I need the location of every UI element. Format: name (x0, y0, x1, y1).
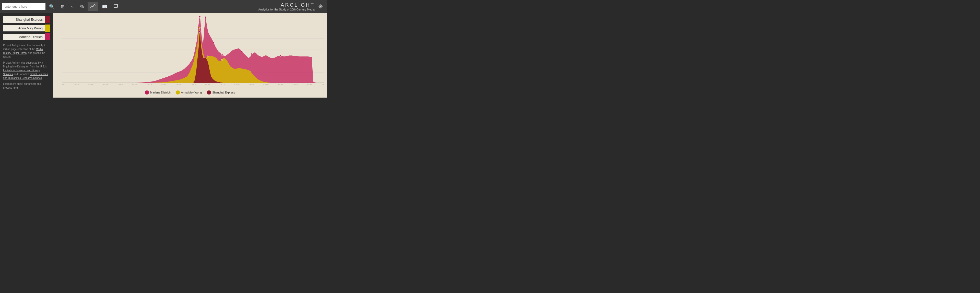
book-button[interactable]: 📖 (99, 2, 110, 11)
sidebar-para1: Project Arclight searches the nearly 2 m… (3, 43, 50, 59)
sidebar: Shanghai Express Anna May Wong Marlene D… (0, 13, 53, 97)
chart-button[interactable] (88, 2, 98, 11)
sidebar-description: Project Arclight searches the nearly 2 m… (3, 43, 50, 90)
query-label-shanghai: Shanghai Express (3, 16, 45, 23)
svg-text:1950: 1950 (248, 84, 254, 85)
svg-text:1900: 1900 (103, 84, 108, 85)
marlene-dot-1951 (251, 53, 252, 55)
logo-subtitle: Analytics for the Study of 20th Century … (258, 8, 315, 11)
amw-dot-1935 (207, 56, 208, 57)
query-color-annamaywong (45, 24, 50, 32)
marlene-dot-1963 (280, 55, 282, 56)
grid-button[interactable]: ⊞ (58, 2, 67, 11)
here-link[interactable]: here (13, 86, 18, 89)
arclight-logo: ARCLIGHT Analytics for the Study of 20th… (258, 2, 317, 11)
legend-label-shanghai: Shanghai Express (212, 91, 235, 94)
legend-label-annamaywong: Anna May Wong (181, 91, 202, 94)
legend-dot-marlene (145, 91, 149, 94)
shanghai-dot-1932 (199, 31, 200, 33)
marlene-dot-1948 (241, 51, 243, 53)
marlene-dot-1932 (199, 16, 201, 18)
logo-title: ARCLIGHT (258, 2, 315, 8)
mhdl-link[interactable]: Media History Digital Library (3, 48, 43, 54)
query-item-marlene[interactable]: Marlene Dietrich (3, 33, 50, 40)
svg-text:1895: 1895 (88, 84, 94, 85)
svg-text:1885: 1885 (62, 84, 65, 85)
dots-button[interactable]: ⁘ (68, 3, 76, 10)
search-input[interactable] (2, 3, 46, 10)
search-button[interactable]: 🔍 (46, 2, 57, 11)
svg-text:1905: 1905 (117, 84, 123, 85)
sidebar-para2: Project Arclight was supported by a Digg… (3, 61, 50, 80)
query-color-marlene (45, 33, 50, 40)
legend-item-marlene: Marlene Dietrich (145, 91, 170, 94)
marlene-dot-1937 (213, 41, 214, 43)
query-item-shanghai[interactable]: Shanghai Express (3, 16, 50, 23)
svg-text:1940: 1940 (220, 84, 225, 85)
amw-dot-1942 (221, 59, 223, 61)
svg-text:1930: 1930 (190, 84, 196, 85)
svg-text:1925: 1925 (175, 84, 181, 85)
legend-dot-shanghai (207, 91, 211, 94)
chart-legend: Marlene Dietrich Anna May Wong Shanghai … (145, 91, 235, 94)
starburst-icon: ✳ (318, 3, 325, 10)
export-button[interactable] (111, 2, 122, 11)
marlene-dot-1934 (205, 16, 206, 18)
toolbar: 🔍 ⊞ ⁘ % 📖 ARCLIGHT Analytics for the Stu… (0, 0, 327, 13)
svg-text:1955: 1955 (263, 84, 269, 85)
chart-svg: 1250 1000 750 500 250 0 1885 1890 1895 1… (62, 16, 325, 85)
svg-text:1890: 1890 (73, 84, 79, 85)
svg-text:1910: 1910 (132, 84, 137, 85)
marlene-dot-1942 (221, 54, 223, 56)
amw-dot-1932 (199, 27, 200, 29)
svg-text:1915: 1915 (146, 84, 152, 85)
legend-item-annamaywong: Anna May Wong (176, 91, 202, 94)
query-item-annamaywong[interactable]: Anna May Wong (3, 24, 50, 32)
sidebar-para3: Learn more about our project and process… (3, 82, 50, 90)
chart-area: 1250 1000 750 500 250 0 1885 1890 1895 1… (53, 13, 327, 97)
query-color-shanghai (45, 16, 50, 23)
query-label-annamaywong: Anna May Wong (3, 25, 45, 32)
svg-text:1960: 1960 (278, 84, 283, 85)
percent-button[interactable]: % (77, 2, 87, 11)
legend-label-marlene: Marlene Dietrich (150, 91, 170, 94)
svg-text:1975: 1975 (321, 84, 325, 85)
svg-text:1965: 1965 (293, 84, 298, 85)
svg-text:1945: 1945 (234, 84, 240, 85)
query-label-marlene: Marlene Dietrich (3, 34, 45, 40)
legend-dot-annamaywong (176, 91, 180, 94)
svg-text:1935: 1935 (205, 84, 210, 85)
main-layout: Shanghai Express Anna May Wong Marlene D… (0, 13, 327, 97)
svg-text:1920: 1920 (161, 84, 167, 85)
svg-text:1970: 1970 (307, 84, 312, 85)
legend-item-shanghai: Shanghai Express (207, 91, 235, 94)
